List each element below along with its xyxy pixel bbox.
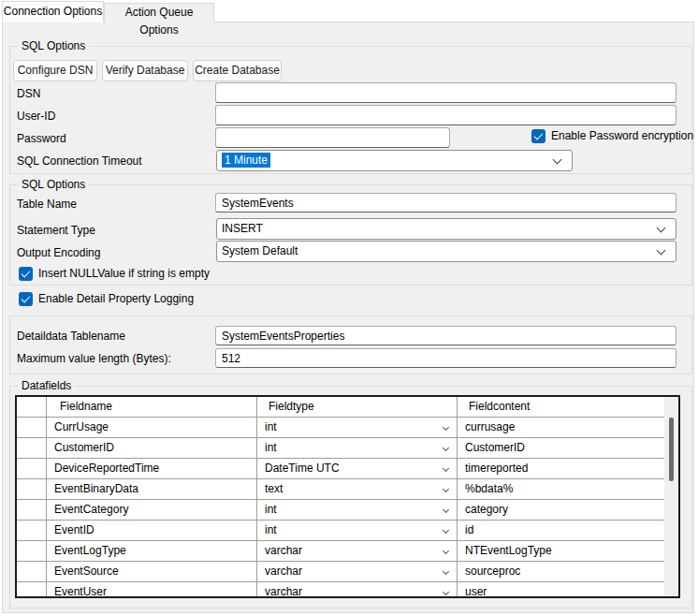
fieldcontent-cell[interactable]: sourceproc xyxy=(458,562,664,582)
enable-password-encryption-checkbox[interactable]: Enable Password encryption xyxy=(531,129,693,143)
row-selector-cell[interactable] xyxy=(17,418,47,438)
fieldname-cell[interactable]: EventBinaryData xyxy=(47,479,257,500)
fieldtype-value: int xyxy=(265,441,277,454)
fieldtype-value: int xyxy=(265,503,277,516)
chevron-down-icon xyxy=(443,568,449,575)
detaildata-tablename-label: Detaildata Tablename xyxy=(17,330,125,344)
grid-vertical-scrollbar[interactable] xyxy=(664,397,678,596)
fieldname-cell[interactable]: EventCategory xyxy=(47,500,257,521)
fieldtype-combo-cell[interactable]: int xyxy=(257,438,458,459)
fieldcontent-cell[interactable]: NTEventLogType xyxy=(458,541,664,562)
fieldname-cell[interactable]: EventLogType xyxy=(47,541,257,562)
table-row: EventSource varchar sourceproc xyxy=(17,562,664,582)
row-selector-cell[interactable] xyxy=(17,500,47,521)
table-row: CustomerID int CustomerID xyxy=(17,438,664,459)
fieldname-cell[interactable]: CustomerID xyxy=(47,438,257,459)
groupbox-title: SQL Options xyxy=(18,39,89,53)
chevron-down-icon xyxy=(657,224,666,233)
row-selector-cell[interactable] xyxy=(17,582,47,596)
fieldcontent-cell[interactable]: category xyxy=(458,500,664,521)
table-row: DeviceReportedTime DateTime UTC timerepo… xyxy=(17,459,664,479)
selected-option: System Default xyxy=(222,244,298,257)
fieldname-cell[interactable]: EventSource xyxy=(47,562,257,582)
chevron-down-icon xyxy=(443,486,449,492)
fieldtype-value: varchar xyxy=(265,585,302,596)
fieldname-cell[interactable]: EventUser xyxy=(47,582,257,596)
tab-label: Connection Options xyxy=(4,5,102,18)
checkbox-checked-icon xyxy=(19,267,33,281)
fieldtype-combo-cell[interactable]: varchar xyxy=(257,541,458,562)
fieldtype-value: int xyxy=(265,420,277,433)
dsn-label: DSN xyxy=(17,87,40,101)
sql-connection-timeout-label: SQL Connection Timeout xyxy=(17,154,142,169)
create-database-button[interactable]: Create Database xyxy=(193,60,282,81)
detaildata-tablename-input[interactable] xyxy=(215,326,676,345)
checkbox-label: Insert NULLValue if string is empty xyxy=(38,267,210,281)
datafields-grid: Fieldname Fieldtype Fieldcontent CurrUsa… xyxy=(15,395,680,598)
fieldtype-combo-cell[interactable]: varchar xyxy=(257,562,458,582)
enable-detail-property-logging-checkbox[interactable]: Enable Detail Property Logging xyxy=(19,292,194,306)
fieldcontent-cell[interactable]: CustomerID xyxy=(458,438,664,459)
groupbox-title: SQL Options xyxy=(18,178,89,192)
fieldtype-combo-cell[interactable]: varchar xyxy=(257,582,458,596)
insert-null-checkbox[interactable]: Insert NULLValue if string is empty xyxy=(19,267,210,281)
dsn-input[interactable] xyxy=(215,82,676,103)
datafields-grid-body: Fieldname Fieldtype Fieldcontent CurrUsa… xyxy=(17,397,664,596)
tab-connection-options[interactable]: Connection Options xyxy=(2,1,104,22)
fieldtype-combo-cell[interactable]: int xyxy=(257,500,458,521)
table-row: EventCategory int category xyxy=(17,500,664,521)
statement-type-select[interactable]: INSERT xyxy=(216,218,676,240)
fieldtype-value: text xyxy=(265,482,283,495)
chevron-down-icon xyxy=(443,548,449,554)
row-selector-cell[interactable] xyxy=(17,521,47,541)
groupbox-title: Datafields xyxy=(18,379,75,393)
fieldname-cell[interactable]: EventID xyxy=(47,521,257,541)
configure-dsn-button[interactable]: Configure DSN xyxy=(13,60,97,81)
chevron-down-icon xyxy=(553,155,562,165)
fieldtype-combo-cell[interactable]: int xyxy=(257,418,458,438)
fieldcontent-cell[interactable]: timereported xyxy=(458,459,664,479)
table-row: CurrUsage int currusage xyxy=(17,418,664,438)
fieldcontent-cell[interactable]: currusage xyxy=(458,418,664,438)
fieldtype-value: int xyxy=(265,523,277,536)
row-selector-header xyxy=(17,397,47,418)
row-selector-cell[interactable] xyxy=(17,562,47,582)
fieldcontent-cell[interactable]: id xyxy=(458,521,664,541)
fieldtype-combo-cell[interactable]: text xyxy=(257,479,458,500)
chevron-down-icon xyxy=(657,246,666,256)
user-id-input[interactable] xyxy=(215,105,676,125)
table-row: EventUser varchar user xyxy=(17,582,664,596)
grid-header-row: Fieldname Fieldtype Fieldcontent xyxy=(17,397,664,418)
row-selector-cell[interactable] xyxy=(17,438,47,459)
table-row: EventLogType varchar NTEventLogType xyxy=(17,541,664,562)
fieldname-header: Fieldname xyxy=(47,397,257,418)
row-selector-cell[interactable] xyxy=(17,479,47,500)
row-selector-cell[interactable] xyxy=(17,541,47,562)
table-name-input[interactable] xyxy=(215,193,676,213)
chevron-down-icon xyxy=(443,424,449,431)
row-selector-cell[interactable] xyxy=(17,459,47,479)
statement-type-label: Statement Type xyxy=(17,224,95,238)
checkbox-checked-icon xyxy=(19,292,33,306)
fieldname-cell[interactable]: CurrUsage xyxy=(47,418,257,438)
selected-option: INSERT xyxy=(222,222,263,235)
tab-action-queue-options[interactable]: Action Queue Options xyxy=(104,3,214,22)
scrollbar-thumb[interactable] xyxy=(669,418,674,481)
chevron-down-icon xyxy=(443,506,449,513)
max-value-length-input[interactable] xyxy=(215,348,676,368)
fieldcontent-cell[interactable]: user xyxy=(458,582,664,596)
checkbox-label: Enable Password encryption xyxy=(551,129,693,143)
output-encoding-select[interactable]: System Default xyxy=(216,241,676,262)
fieldname-cell[interactable]: DeviceReportedTime xyxy=(47,459,257,479)
fieldtype-combo-cell[interactable]: DateTime UTC xyxy=(257,459,458,479)
fieldtype-header: Fieldtype xyxy=(257,397,458,418)
selected-option: 1 Minute xyxy=(222,153,270,168)
sql-connection-timeout-select[interactable]: 1 Minute xyxy=(216,150,573,171)
fieldcontent-cell[interactable]: %bdata% xyxy=(458,479,664,500)
chevron-down-icon xyxy=(443,465,449,472)
verify-database-button[interactable]: Verify Database xyxy=(102,60,188,81)
table-row: EventID int id xyxy=(17,521,664,541)
chevron-down-icon xyxy=(443,527,449,534)
password-input[interactable] xyxy=(215,127,450,148)
fieldtype-combo-cell[interactable]: int xyxy=(257,521,458,541)
